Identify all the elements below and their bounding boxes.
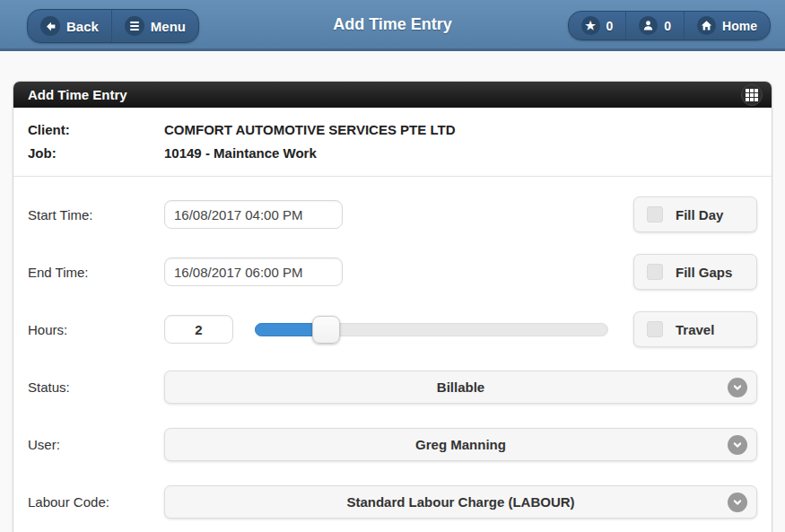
status-select[interactable]: Billable xyxy=(164,371,757,404)
travel-checkbox xyxy=(647,321,663,337)
status-label: Status: xyxy=(28,379,164,395)
fill-day-label: Fill Day xyxy=(676,207,723,222)
favorites-button[interactable]: ★ 0 xyxy=(569,12,626,39)
hours-slider[interactable] xyxy=(255,323,608,336)
hours-input[interactable] xyxy=(164,315,233,344)
start-time-row: Start Time: Fill Day xyxy=(28,196,757,232)
job-row: Job: 10149 - Maintance Work xyxy=(28,142,757,165)
user-row: User: Greg Manning xyxy=(28,426,757,462)
fill-gaps-button[interactable]: Fill Gaps xyxy=(633,254,757,290)
hours-slider-handle[interactable] xyxy=(312,316,340,344)
chevron-down-icon xyxy=(728,435,747,455)
fill-day-checkbox xyxy=(647,206,663,222)
user-label: User: xyxy=(28,437,164,452)
utility-button-group: ★ 0 0 Home xyxy=(568,11,772,40)
status-value: Billable xyxy=(437,379,484,395)
labour-code-label: Labour Code: xyxy=(28,494,164,510)
labour-code-value: Standard Labour Charge (LABOUR) xyxy=(346,494,574,510)
hours-label: Hours: xyxy=(28,322,164,337)
add-time-entry-panel: Add Time Entry Client: COMFORT AUTOMOTIV… xyxy=(13,81,772,532)
job-label: Job: xyxy=(28,142,164,165)
client-job-section: Client: COMFORT AUTOMOTIVE SERVICES PTE … xyxy=(13,108,772,177)
client-label: Client: xyxy=(28,118,164,142)
chevron-down-icon xyxy=(728,493,747,512)
user-select[interactable]: Greg Manning xyxy=(164,428,757,461)
home-icon xyxy=(697,16,716,35)
client-row: Client: COMFORT AUTOMOTIVE SERVICES PTE … xyxy=(28,118,757,142)
labour-code-row: Labour Code: Standard Labour Charge (LAB… xyxy=(28,484,757,519)
travel-label: Travel xyxy=(676,322,714,337)
fill-day-button[interactable]: Fill Day xyxy=(633,196,757,232)
home-button[interactable]: Home xyxy=(684,12,770,39)
grid-icon xyxy=(746,89,758,101)
start-time-label: Start Time: xyxy=(28,207,164,222)
chevron-down-icon xyxy=(728,378,747,397)
user-value: Greg Manning xyxy=(415,437,506,452)
status-row: Status: Billable xyxy=(28,369,757,405)
time-entry-form: Start Time: Fill Day End Time: Fill Gaps… xyxy=(13,177,772,532)
travel-button[interactable]: Travel xyxy=(633,311,757,347)
end-time-label: End Time: xyxy=(28,265,164,280)
person-icon xyxy=(639,16,658,35)
contacts-button[interactable]: 0 xyxy=(625,12,684,39)
panel-header: Add Time Entry xyxy=(13,82,772,108)
favorites-count: 0 xyxy=(606,19,614,33)
labour-code-select[interactable]: Standard Labour Charge (LABOUR) xyxy=(164,485,757,519)
hours-row: Hours: Travel xyxy=(28,311,757,347)
star-icon: ★ xyxy=(581,16,600,35)
client-value: COMFORT AUTOMOTIVE SERVICES PTE LTD xyxy=(164,118,455,142)
job-value: 10149 - Maintance Work xyxy=(164,142,317,165)
end-time-row: End Time: Fill Gaps xyxy=(28,254,757,290)
grid-button[interactable] xyxy=(741,84,763,106)
start-time-input[interactable] xyxy=(164,200,343,229)
end-time-input[interactable] xyxy=(164,257,343,286)
contacts-count: 0 xyxy=(664,19,671,33)
top-bar: Back Menu Add Time Entry ★ 0 0 Home xyxy=(0,0,785,51)
home-button-label: Home xyxy=(722,19,757,33)
panel-title: Add Time Entry xyxy=(28,87,127,102)
fill-gaps-checkbox xyxy=(647,264,663,280)
fill-gaps-label: Fill Gaps xyxy=(676,265,732,280)
